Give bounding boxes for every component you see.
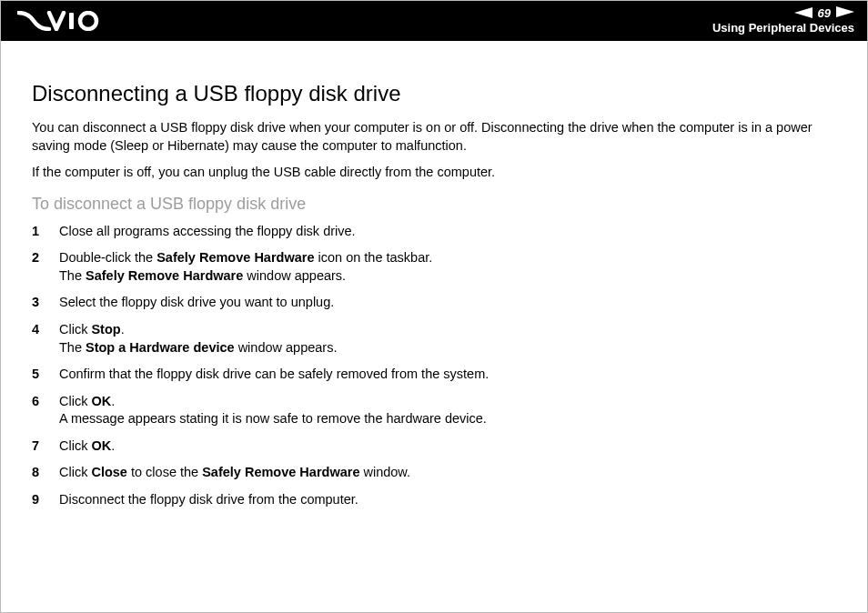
svg-point-1	[80, 13, 96, 29]
step-9: Disconnect the floppy disk drive from th…	[32, 491, 836, 509]
step-6: Click OK.A message appears stating it is…	[32, 393, 836, 428]
step-text: Confirm that the floppy disk drive can b…	[59, 367, 489, 381]
step-8: Click Close to close the Safely Remove H…	[32, 464, 836, 482]
intro-paragraph-2: If the computer is off, you can unplug t…	[32, 164, 836, 182]
step-3: Select the floppy disk drive you want to…	[32, 294, 836, 312]
next-page-arrow-icon[interactable]	[836, 6, 854, 17]
vaio-logo	[17, 11, 101, 31]
vaio-logo-svg	[17, 11, 101, 31]
step-text-bold: Stop a Hardware device	[86, 340, 235, 355]
procedure-subtitle: To disconnect a USB floppy disk drive	[32, 195, 836, 214]
step-text: window.	[359, 465, 410, 479]
step-5: Confirm that the floppy disk drive can b…	[32, 366, 836, 384]
step-2: Double-click the Safely Remove Hardware …	[32, 249, 836, 285]
step-text: .	[111, 438, 115, 453]
step-text: Disconnect the floppy disk drive from th…	[59, 492, 358, 507]
step-text-bold: Stop	[91, 322, 120, 337]
page-header: 69 Using Peripheral Devices	[1, 1, 867, 41]
step-text: window appears.	[243, 268, 346, 283]
step-text: The	[59, 268, 86, 283]
header-right: 69 Using Peripheral Devices	[712, 6, 854, 35]
manual-page: 69 Using Peripheral Devices Disconnectin…	[0, 0, 868, 613]
prev-page-arrow-icon[interactable]	[794, 7, 812, 18]
step-1: Close all programs accessing the floppy …	[32, 223, 836, 241]
page-number: 69	[818, 6, 831, 20]
page-nav: 69	[794, 6, 854, 20]
page-content: Disconnecting a USB floppy disk drive Yo…	[1, 41, 867, 536]
step-text-bold: Safely Remove Hardware	[86, 268, 243, 283]
step-text: Click	[59, 438, 91, 453]
procedure-steps: Close all programs accessing the floppy …	[32, 223, 836, 509]
intro-paragraph-1: You can disconnect a USB floppy disk dri…	[32, 119, 836, 155]
step-text-bold: Safely Remove Hardware	[202, 465, 359, 479]
step-text: Click	[59, 394, 91, 408]
step-text-bold: Safely Remove Hardware	[156, 250, 314, 265]
page-title: Disconnecting a USB floppy disk drive	[32, 81, 836, 106]
step-text: Double-click the	[59, 250, 156, 265]
step-text: Click	[59, 322, 91, 337]
step-text: The	[59, 340, 86, 355]
step-text: A message appears stating it is now safe…	[59, 411, 487, 426]
step-text: icon on the taskbar.	[314, 250, 432, 265]
step-text: Close all programs accessing the floppy …	[59, 224, 356, 238]
svg-rect-0	[69, 13, 74, 29]
step-text-bold: OK	[91, 438, 111, 453]
step-4: Click Stop.The Stop a Hardware device wi…	[32, 321, 836, 357]
step-text-bold: Close	[91, 465, 127, 479]
step-text: Select the floppy disk drive you want to…	[59, 295, 334, 309]
step-7: Click OK.	[32, 437, 836, 456]
step-text: .	[121, 322, 125, 337]
step-text: to close the	[127, 465, 202, 479]
section-title: Using Peripheral Devices	[712, 21, 854, 35]
step-text-bold: OK	[91, 394, 111, 408]
step-text: .	[111, 394, 115, 408]
step-text: Click	[59, 465, 91, 479]
step-text: window appears.	[235, 340, 338, 355]
